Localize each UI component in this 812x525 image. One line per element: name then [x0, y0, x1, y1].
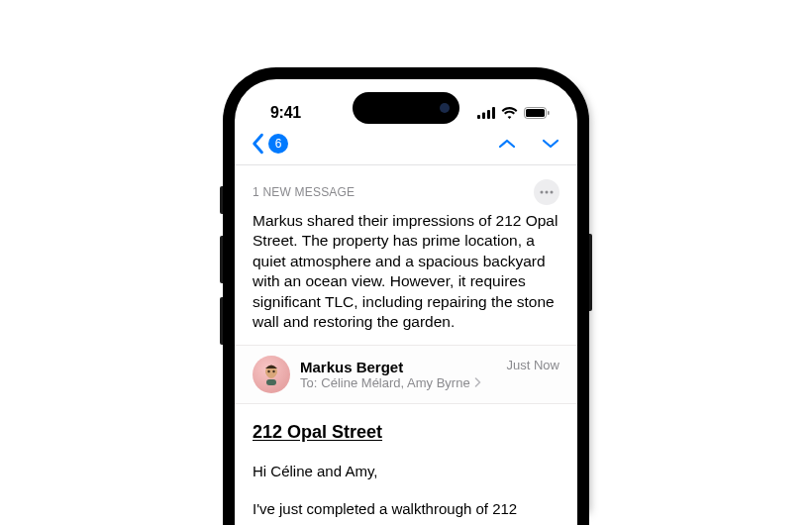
svg-rect-0 — [477, 115, 480, 119]
front-camera — [440, 103, 450, 113]
svg-rect-3 — [492, 107, 495, 119]
sender-avatar — [253, 356, 290, 393]
memoji-icon — [258, 362, 284, 387]
recipients-list: Céline Mélard, Amy Byrne — [321, 375, 469, 390]
next-message-button[interactable] — [542, 138, 559, 150]
chevron-right-icon — [474, 377, 481, 387]
side-buttons-left — [220, 186, 223, 359]
phone-screen: 9:41 6 1 NEW MESSAGE — [235, 79, 577, 525]
volume-up-button[interactable] — [220, 236, 223, 283]
power-button[interactable] — [589, 234, 592, 311]
svg-point-9 — [551, 191, 554, 194]
to-label: To: — [300, 375, 317, 390]
sender-name: Markus Berget — [300, 359, 497, 375]
svg-point-8 — [546, 191, 549, 194]
svg-point-7 — [541, 191, 544, 194]
body-greeting: Hi Céline and Amy, — [253, 461, 559, 483]
mute-switch[interactable] — [220, 186, 223, 214]
status-icons — [477, 107, 550, 119]
dynamic-island — [353, 92, 459, 124]
nav-bar: 6 — [235, 129, 577, 165]
battery-icon — [524, 107, 550, 119]
phone-frame: 9:41 6 1 NEW MESSAGE — [223, 67, 589, 525]
volume-down-button[interactable] — [220, 297, 223, 345]
sender-row[interactable]: Markus Berget To: Céline Mélard, Amy Byr… — [235, 345, 577, 404]
email-subject: 212 Opal Street — [253, 422, 382, 442]
summary-text: Markus shared their impressions of 212 O… — [253, 211, 559, 333]
back-button-group[interactable]: 6 — [251, 133, 288, 155]
summary-label: 1 NEW MESSAGE — [253, 185, 355, 199]
prev-message-button[interactable] — [498, 138, 516, 150]
svg-rect-1 — [482, 112, 485, 119]
more-button[interactable] — [534, 179, 559, 205]
svg-rect-2 — [487, 110, 490, 119]
summary-block: 1 NEW MESSAGE Markus shared their impres… — [235, 165, 577, 345]
body-line: I've just completed a walkthrough of 212 — [253, 498, 559, 521]
svg-rect-5 — [526, 109, 545, 117]
unread-count-badge: 6 — [268, 134, 288, 154]
status-time: 9:41 — [270, 104, 301, 122]
svg-rect-6 — [548, 111, 550, 115]
svg-point-11 — [267, 370, 269, 372]
ellipsis-icon — [540, 190, 554, 194]
svg-point-12 — [272, 370, 274, 372]
cellular-icon — [477, 107, 495, 119]
email-body: Hi Céline and Amy, I've just completed a… — [235, 449, 577, 521]
svg-rect-13 — [266, 379, 276, 385]
wifi-icon — [501, 107, 518, 119]
back-chevron-icon — [251, 133, 264, 155]
timestamp: Just Now — [507, 358, 559, 372]
subject-row: 212 Opal Street — [235, 404, 577, 449]
recipients-row[interactable]: To: Céline Mélard, Amy Byrne — [300, 375, 497, 390]
